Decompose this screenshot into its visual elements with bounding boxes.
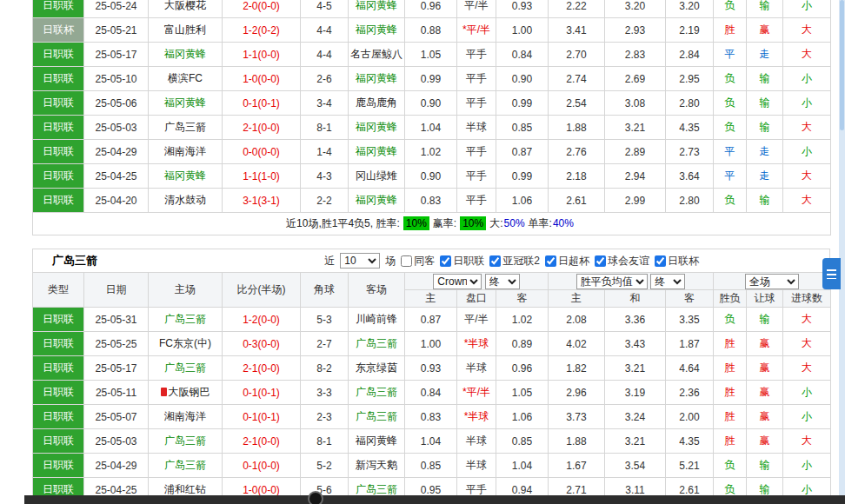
- odd-rate-label: 单率:: [529, 217, 552, 229]
- super-cup-checkbox[interactable]: [545, 255, 556, 267]
- score: 2-1(0-0): [223, 116, 301, 140]
- asia-home-odds: 0.99: [405, 67, 457, 91]
- col-date: 日期: [84, 273, 149, 308]
- floating-tool-button[interactable]: [822, 258, 841, 289]
- corners: 4-5: [301, 0, 349, 18]
- asia-home-odds: 0.93: [405, 356, 457, 381]
- goals-result: 小: [783, 381, 831, 405]
- filter-league-j1[interactable]: 日职联: [440, 254, 484, 269]
- euro-away-odds: 2.80: [666, 189, 714, 213]
- same-venue-label: 同客: [414, 254, 435, 269]
- match-row: 日职联25-05-10横滨FC1-0(0-0)2-6福冈黄蜂0.99平手0.90…: [33, 67, 831, 91]
- col-away: 客场: [349, 273, 405, 308]
- hiroshima-rows: 日职联25-05-31广岛三箭1-2(0-0)5-3川崎前锋0.87平/半1.0…: [33, 308, 831, 504]
- result: 胜: [714, 405, 747, 429]
- asia-home-odds: 1.04: [405, 116, 457, 140]
- handicap: *平/半: [457, 381, 496, 405]
- handicap-result: 输: [747, 116, 783, 140]
- league-acl2-checkbox[interactable]: [489, 255, 501, 267]
- home-team: 湘南海洋: [149, 405, 223, 429]
- match-history-panel: 日职联25-05-24大阪樱花2-0(0-0)4-5福冈黄蜂0.96平/半0.9…: [32, 0, 832, 504]
- euro-draw-odds: 2.93: [605, 18, 666, 43]
- asia-away-odds: 1.06: [496, 405, 549, 429]
- euro-draw-odds: 3.21: [605, 356, 666, 381]
- goals-result: 大: [783, 43, 831, 67]
- asia-home-odds: 1.02: [405, 140, 457, 164]
- scrollbar-thumb[interactable]: [840, 0, 844, 130]
- match-date: 25-04-20: [84, 189, 149, 213]
- recent-count-select[interactable]: 10: [340, 253, 380, 269]
- league-j1-checkbox[interactable]: [440, 255, 451, 267]
- match-date: 25-05-03: [84, 429, 149, 454]
- handicap: 半球: [457, 429, 496, 454]
- euro-home-odds: 1.88: [549, 429, 605, 454]
- filter-league-acl2[interactable]: 亚冠联2: [489, 254, 540, 269]
- asia-home-odds: 0.90: [405, 91, 457, 116]
- filter-league-cup[interactable]: 日联杯: [655, 254, 699, 269]
- filter-super-cup[interactable]: 日超杯: [545, 254, 589, 269]
- corners: 3-3: [301, 381, 349, 405]
- asia-home-odds: 0.87: [405, 308, 457, 332]
- result-scope-group: 全场: [714, 273, 831, 290]
- league-badge: 日联杯: [33, 18, 84, 43]
- filter-same-venue[interactable]: 同客: [401, 254, 435, 269]
- score: 2-1(0-0): [223, 429, 301, 454]
- match-row: 日职联25-05-24大阪樱花2-0(0-0)4-5福冈黄蜂0.96平/半0.9…: [33, 0, 831, 18]
- home-team: 清水鼓动: [149, 189, 223, 213]
- euro-draw-odds: 3.20: [605, 0, 666, 18]
- match-row: 日职联25-04-29湘南海洋0-0(0-0)1-4福冈黄蜂1.02平手0.87…: [33, 140, 831, 164]
- corners: 3-4: [301, 91, 349, 116]
- euro-draw-odds: 2.83: [605, 43, 666, 67]
- scrollbar[interactable]: [839, 0, 845, 504]
- asia-away-odds: 0.99: [496, 91, 549, 116]
- europe-odds-source-select[interactable]: 胜平负均值: [576, 274, 648, 289]
- corners: 2-7: [301, 332, 349, 356]
- europe-odds-stage-select[interactable]: 终: [650, 274, 685, 289]
- handicap-result: 赢: [747, 381, 783, 405]
- euro-home-odds: 2.96: [549, 381, 605, 405]
- match-row: 日职联25-05-11大阪钢巴0-1(0-1)3-3广岛三箭0.84*平/半1.…: [33, 381, 831, 405]
- goals-result: 小: [783, 454, 831, 478]
- result: 负: [714, 91, 747, 116]
- match-date: 25-05-17: [84, 356, 149, 381]
- corners: 4-4: [301, 18, 349, 43]
- asia-away-odds: 0.84: [496, 43, 549, 67]
- asia-away-odds: 0.89: [496, 332, 549, 356]
- goals-result: 大: [783, 356, 831, 381]
- goals-result: 大: [783, 189, 831, 213]
- home-team: 广岛三箭: [149, 308, 223, 332]
- euro-home-odds: 3.41: [549, 18, 605, 43]
- league-cup-checkbox[interactable]: [655, 255, 666, 267]
- euro-home-odds: 2.61: [549, 189, 605, 213]
- filter-friendly[interactable]: 球会友谊: [595, 254, 649, 269]
- league-badge: 日职联: [33, 356, 84, 381]
- fukuoka-summary: 近10场,胜1平4负5, 胜率:10%赢率:10%大:50%单率:40%: [33, 213, 831, 235]
- home-team: 福冈黄蜂: [149, 91, 223, 116]
- overlay-circle-icon: [308, 491, 323, 504]
- handicap: 半球: [457, 454, 496, 478]
- league-badge: 日职联: [33, 308, 84, 332]
- asia-odds-stage-select[interactable]: 终: [485, 274, 520, 289]
- euro-draw-odds: 3.54: [605, 454, 666, 478]
- asia-odds-source-select[interactable]: Crown: [433, 274, 482, 289]
- same-venue-checkbox[interactable]: [401, 255, 412, 267]
- friendly-checkbox[interactable]: [595, 255, 606, 267]
- corners: 2-2: [301, 189, 349, 213]
- scope-select[interactable]: 全场: [745, 274, 799, 289]
- handicap-result: 输: [747, 454, 783, 478]
- euro-away-odds: 3.35: [666, 308, 714, 332]
- corners: 5-3: [301, 308, 349, 332]
- handicap: 平手: [457, 67, 496, 91]
- away-team: 福冈黄蜂: [349, 18, 405, 43]
- match-date: 25-04-29: [84, 140, 149, 164]
- away-team: 川崎前锋: [349, 308, 405, 332]
- cover-rate-label: 赢率:: [433, 217, 456, 229]
- home-team: 湘南海洋: [149, 140, 223, 164]
- away-team: 福冈黄蜂: [349, 0, 405, 18]
- euro-home-odds: 2.08: [549, 308, 605, 332]
- handicap-result: 赢: [747, 405, 783, 429]
- home-team: 大阪樱花: [149, 0, 223, 18]
- match-row: 日职联25-05-06福冈黄蜂0-1(0-1)3-4鹿岛鹿角0.90平手0.99…: [33, 91, 831, 116]
- result: 平: [714, 43, 747, 67]
- euro-draw-odds: 3.21: [605, 429, 666, 454]
